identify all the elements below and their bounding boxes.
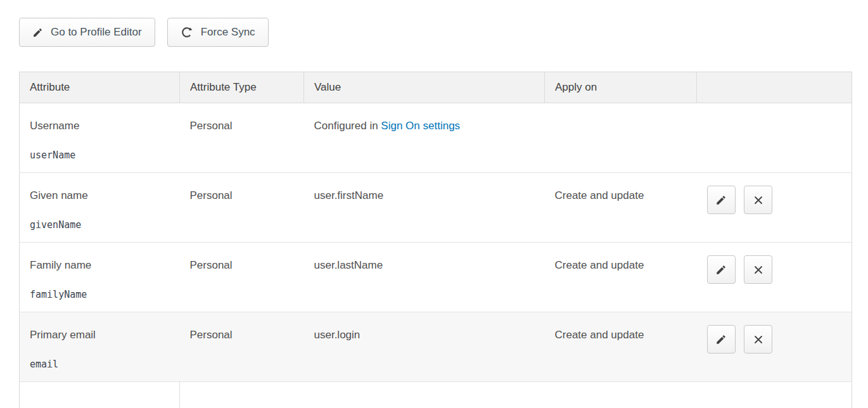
pencil-icon (715, 194, 727, 206)
attribute-cell: Primary email email (20, 312, 180, 382)
apply-on-cell: Create and update (545, 173, 697, 243)
actions-cell (697, 312, 852, 382)
actions-cell (697, 173, 852, 243)
attribute-mappings-page: Go to Profile Editor Force Sync Attribut… (0, 0, 868, 408)
edit-mapping-button[interactable] (707, 325, 736, 354)
remove-mapping-button[interactable] (744, 255, 772, 284)
edit-mapping-button[interactable] (707, 186, 736, 214)
table-row: Username userName Personal Configured in… (20, 103, 852, 173)
table-row: Given name givenName Personal user.first… (20, 173, 852, 243)
attribute-mappings-table: Attribute Attribute Type Value Apply on … (19, 72, 852, 408)
edit-mapping-button[interactable] (707, 255, 736, 284)
actions-cell (697, 243, 852, 312)
apply-on-cell (545, 103, 697, 173)
table-row: Primary email email Personal user.login … (20, 312, 852, 382)
header-attribute-type: Attribute Type (180, 72, 304, 103)
attribute-type-cell: Personal (180, 312, 304, 382)
table-header: Attribute Attribute Type Value Apply on (20, 72, 852, 103)
attribute-cell: Given name givenName (20, 173, 180, 243)
attribute-variable: userName (30, 150, 170, 161)
attribute-type-cell: Personal (180, 173, 304, 243)
value-text: Configured in (314, 120, 381, 132)
attribute-label: Username (30, 120, 170, 132)
attribute-label: Family name (30, 259, 170, 272)
attribute-cell (20, 382, 180, 408)
attribute-variable: givenName (30, 219, 170, 231)
sign-on-settings-link[interactable]: Sign On settings (381, 120, 460, 132)
value-cell: user.lastName (304, 243, 545, 312)
header-actions (697, 72, 852, 103)
attribute-type-cell: Personal (180, 243, 304, 312)
force-sync-button[interactable]: Force Sync (167, 18, 269, 47)
apply-on-cell: Create and update (545, 312, 697, 382)
apply-on-cell: Create and update (545, 243, 697, 312)
table-row-partial (20, 382, 852, 408)
toolbar: Go to Profile Editor Force Sync (19, 18, 852, 47)
x-icon (753, 334, 764, 345)
x-icon (753, 264, 764, 276)
attribute-label: Primary email (30, 329, 170, 341)
go-to-profile-editor-button[interactable]: Go to Profile Editor (19, 18, 155, 47)
remove-mapping-button[interactable] (744, 325, 772, 354)
header-value: Value (304, 72, 545, 103)
attribute-variable: email (30, 359, 170, 370)
header-attribute: Attribute (20, 72, 180, 103)
attribute-cell: Username userName (20, 103, 180, 173)
pencil-icon (715, 334, 727, 345)
x-icon (753, 194, 764, 206)
pencil-icon (32, 27, 43, 38)
header-apply-on: Apply on (545, 72, 697, 103)
refresh-icon (181, 26, 193, 39)
attribute-cell: Family name familyName (20, 243, 180, 312)
attribute-type-cell: Personal (180, 103, 304, 173)
attribute-variable: familyName (30, 289, 170, 300)
value-cell: user.login (304, 312, 545, 382)
remove-mapping-button[interactable] (744, 186, 772, 214)
pencil-icon (715, 264, 727, 276)
table-row: Family name familyName Personal user.las… (20, 243, 852, 312)
attribute-label: Given name (30, 189, 170, 202)
actions-cell (697, 103, 852, 173)
force-sync-label: Force Sync (201, 26, 255, 39)
value-cell: Configured in Sign On settings (304, 103, 545, 173)
value-cell: user.firstName (304, 173, 545, 243)
go-to-profile-editor-label: Go to Profile Editor (51, 26, 142, 39)
